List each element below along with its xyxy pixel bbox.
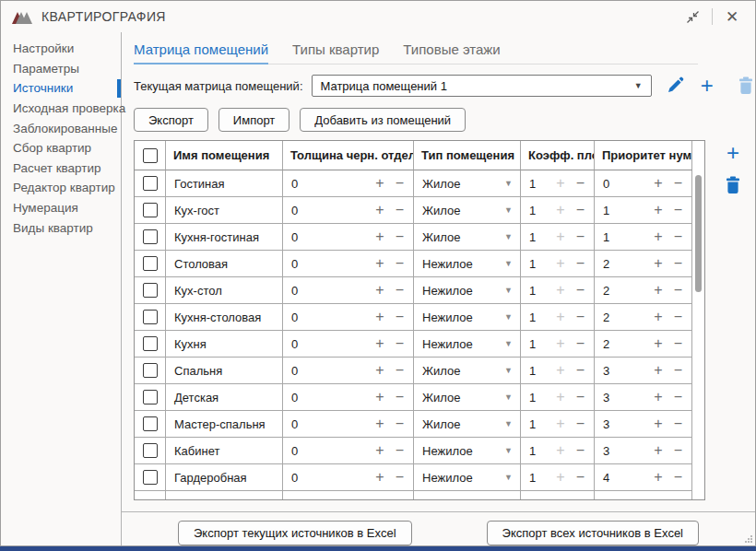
increment-button[interactable]: + xyxy=(375,203,384,217)
decrement-button[interactable]: − xyxy=(576,176,585,191)
decrement-button[interactable]: − xyxy=(396,336,404,351)
row-checkbox[interactable] xyxy=(143,390,158,404)
room-type-dropdown[interactable]: Жилое ▼ xyxy=(414,197,521,224)
sidebar-item-8[interactable]: Нумерация xyxy=(1,198,121,218)
room-type-dropdown[interactable]: Нежилое ▼ xyxy=(414,331,521,358)
decrement-button[interactable]: − xyxy=(576,363,585,378)
decrement-button[interactable]: − xyxy=(674,390,682,404)
tab-1[interactable]: Типы квартир xyxy=(292,41,379,64)
increment-button[interactable]: + xyxy=(375,256,384,271)
increment-button[interactable]: + xyxy=(375,176,384,191)
room-type-dropdown[interactable]: Нежилое ▼ xyxy=(414,464,521,491)
row-checkbox[interactable] xyxy=(143,443,158,458)
vertical-scrollbar[interactable] xyxy=(692,141,704,499)
decrement-button[interactable]: − xyxy=(576,443,585,458)
matrix-combobox[interactable]: Матрица помещений 1 ▼ xyxy=(312,75,652,97)
decrement-button[interactable]: − xyxy=(576,416,585,431)
decrement-button[interactable]: − xyxy=(674,363,682,378)
restore-down-button[interactable] xyxy=(677,3,708,30)
increment-button[interactable]: + xyxy=(654,390,662,404)
decrement-button[interactable]: − xyxy=(396,443,404,458)
increment-button[interactable]: + xyxy=(654,176,662,191)
decrement-button[interactable]: − xyxy=(576,256,585,271)
decrement-button[interactable]: − xyxy=(576,229,585,244)
row-checkbox[interactable] xyxy=(143,203,158,217)
add-from-rooms-button[interactable]: Добавить из помещений xyxy=(300,108,466,132)
decrement-button[interactable]: − xyxy=(576,470,585,485)
sidebar-item-7[interactable]: Редактор квартир xyxy=(1,178,121,198)
delete-row-button[interactable] xyxy=(723,175,743,195)
import-button[interactable]: Импорт xyxy=(219,108,289,132)
decrement-button[interactable]: − xyxy=(674,229,682,244)
row-checkbox[interactable] xyxy=(143,416,158,431)
increment-button[interactable]: + xyxy=(654,229,662,244)
row-checkbox[interactable] xyxy=(143,310,158,324)
decrement-button[interactable]: − xyxy=(576,390,585,404)
resize-grip[interactable] xyxy=(745,535,753,544)
sidebar-item-0[interactable]: Настройки xyxy=(1,39,121,59)
decrement-button[interactable]: − xyxy=(576,310,585,324)
row-checkbox[interactable] xyxy=(143,176,158,191)
decrement-button[interactable]: − xyxy=(396,256,404,271)
decrement-button[interactable]: − xyxy=(674,416,682,431)
sidebar-item-6[interactable]: Расчет квартир xyxy=(1,158,121,179)
increment-button[interactable]: + xyxy=(654,203,662,217)
room-type-dropdown[interactable]: Жилое ▼ xyxy=(414,224,521,251)
sidebar-item-2[interactable]: Источники xyxy=(1,78,121,99)
row-checkbox[interactable] xyxy=(143,363,158,378)
sidebar-item-4[interactable]: Заблокированные xyxy=(1,118,121,138)
add-matrix-button[interactable]: + xyxy=(698,76,716,96)
sidebar-item-1[interactable]: Параметры xyxy=(1,59,121,79)
decrement-button[interactable]: − xyxy=(674,470,682,485)
scrollbar-thumb[interactable] xyxy=(695,175,702,292)
increment-button[interactable]: + xyxy=(654,363,662,378)
increment-button[interactable]: + xyxy=(375,416,384,431)
decrement-button[interactable]: − xyxy=(674,336,682,351)
sidebar-item-5[interactable]: Сбор квартир xyxy=(1,138,121,158)
room-type-dropdown[interactable]: Жилое ▼ xyxy=(414,358,521,384)
row-checkbox[interactable] xyxy=(143,470,158,485)
row-checkbox[interactable] xyxy=(143,229,158,244)
room-type-dropdown[interactable]: Нежилое ▼ xyxy=(414,304,521,331)
edit-matrix-button[interactable] xyxy=(666,76,684,96)
increment-button[interactable]: + xyxy=(375,470,384,485)
increment-button[interactable]: + xyxy=(375,363,384,378)
row-checkbox[interactable] xyxy=(143,256,158,271)
tab-2[interactable]: Типовые этажи xyxy=(403,41,500,64)
increment-button[interactable]: + xyxy=(654,416,662,431)
increment-button[interactable]: + xyxy=(654,310,662,324)
room-type-dropdown[interactable]: Жилое ▼ xyxy=(414,170,521,197)
row-checkbox[interactable] xyxy=(143,283,158,298)
increment-button[interactable]: + xyxy=(654,443,662,458)
decrement-button[interactable]: − xyxy=(576,203,585,217)
decrement-button[interactable]: − xyxy=(576,283,585,298)
decrement-button[interactable]: − xyxy=(396,310,404,324)
decrement-button[interactable]: − xyxy=(674,283,682,298)
increment-button[interactable]: + xyxy=(375,310,384,324)
export-current-sources-button[interactable]: Экспорт текущих источников в Excel xyxy=(178,521,412,545)
decrement-button[interactable]: − xyxy=(576,336,585,351)
select-all-checkbox[interactable] xyxy=(143,148,158,163)
room-type-dropdown[interactable]: Нежилое ▼ xyxy=(414,438,521,464)
increment-button[interactable]: + xyxy=(654,256,662,271)
decrement-button[interactable]: − xyxy=(396,470,404,485)
decrement-button[interactable]: − xyxy=(674,176,682,191)
export-all-sources-button[interactable]: Экспорт всех источников в Excel xyxy=(487,521,699,545)
decrement-button[interactable]: − xyxy=(396,390,404,404)
sidebar-item-9[interactable]: Виды квартир xyxy=(1,217,121,238)
decrement-button[interactable]: − xyxy=(396,416,404,431)
tab-0[interactable]: Матрица помещений xyxy=(134,41,268,64)
decrement-button[interactable]: − xyxy=(396,229,404,244)
add-row-button[interactable]: + xyxy=(723,143,743,163)
increment-button[interactable]: + xyxy=(654,470,662,485)
decrement-button[interactable]: − xyxy=(396,176,404,191)
decrement-button[interactable]: − xyxy=(396,203,404,217)
sidebar-item-3[interactable]: Исходная проверка xyxy=(1,99,121,119)
delete-matrix-button[interactable] xyxy=(737,76,755,96)
decrement-button[interactable]: − xyxy=(396,363,404,378)
increment-button[interactable]: + xyxy=(375,283,384,298)
increment-button[interactable]: + xyxy=(375,229,384,244)
room-type-dropdown[interactable]: Жилое ▼ xyxy=(414,411,521,438)
decrement-button[interactable]: − xyxy=(674,310,682,324)
decrement-button[interactable]: − xyxy=(396,283,404,298)
